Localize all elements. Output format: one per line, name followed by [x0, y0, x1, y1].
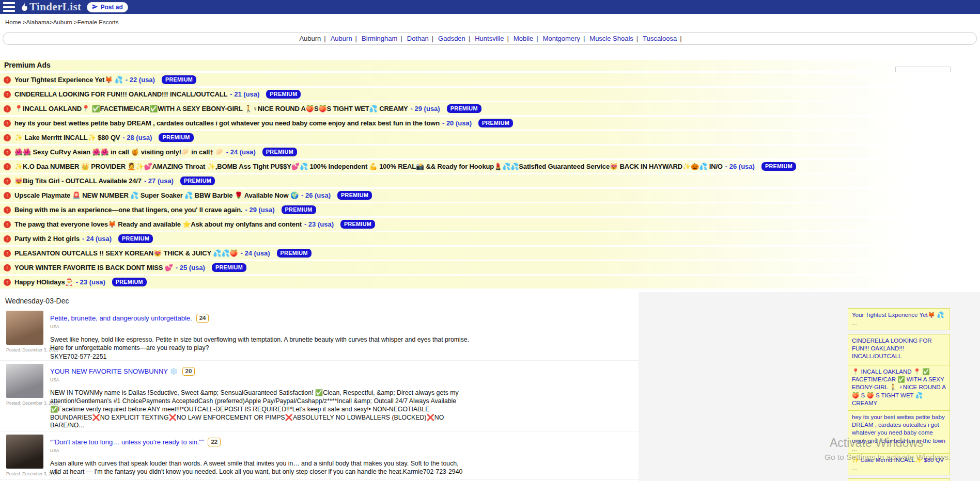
city-link[interactable]: Gadsden	[438, 35, 465, 42]
premium-ad-link[interactable]: 📍INCALL OAKLAND📍 ✅FACETIME/CAR✅WITH A SE…	[14, 105, 408, 113]
city-link[interactable]: Mobile	[514, 35, 533, 42]
premium-badge: PREMIUM	[761, 162, 796, 171]
premium-ad-link[interactable]: hey its your best wettes petite baby DRE…	[14, 119, 440, 127]
paper-plane-icon	[92, 3, 98, 12]
bump-up-icon: ↑	[4, 279, 11, 286]
city-separator: |	[680, 35, 681, 42]
city-separator: |	[536, 35, 538, 42]
country-label: USA	[50, 324, 639, 329]
age-badge: 20	[182, 367, 195, 376]
city-link[interactable]: Birmingham	[362, 35, 397, 42]
premium-badge: PREMIUM	[159, 133, 193, 142]
posted-date: Posted: December 3, 2025	[6, 471, 50, 476]
premium-ad-row: ↑ CINDERELLA LOOKING FOR FUN!!! OAKLAND!…	[0, 88, 980, 101]
premium-ad-row: ↑ Party with 2 Hot girls - 24 (usa) PREM…	[0, 232, 980, 245]
city-link[interactable]: Montgomery	[543, 35, 580, 42]
premium-ad-link[interactable]: Upscale Playmate 🚨 NEW NUMBER 💦 Super So…	[14, 191, 299, 199]
city-nav-item: Gadsden |	[435, 35, 472, 42]
listing-item: Posted: December 3, 2025 “"Don't stare t…	[0, 431, 639, 480]
bump-up-icon: ↑	[4, 206, 11, 214]
listing-title-link[interactable]: “"Don't stare too long… unless you're re…	[50, 438, 204, 446]
sidebar-ad-link[interactable]: 📍 INCALL OAKLAND 📍 ✅ FACETIME/CAR ✅ WITH…	[852, 368, 946, 407]
city-link[interactable]: Dothan	[407, 35, 429, 42]
listing-content: Petite, brunette, and dangerously unforg…	[50, 311, 639, 360]
premium-ad-link[interactable]: ✨ Lake Merritt INCALL✨ $80 QV	[14, 134, 120, 141]
listing-thumbnail[interactable]	[6, 311, 43, 345]
premium-badge: PREMIUM	[478, 119, 513, 127]
premium-ad-link[interactable]: YOUR WINTER FAVORITE IS BACK DONT MISS 💕	[14, 264, 173, 271]
listing-thumbnail[interactable]	[6, 364, 43, 398]
posted-date: Posted: December 3, 2025	[6, 347, 50, 352]
bump-up-icon: ↑	[4, 76, 11, 84]
listing-description: Sweet like honey, bold like espresso. Pe…	[50, 336, 470, 352]
premium-badge: PREMIUM	[337, 191, 372, 200]
menu-icon[interactable]	[3, 2, 15, 12]
city-separator: |	[400, 35, 402, 42]
listing-description: NEW IN TOWNMy name is Dallas !Seductive,…	[50, 389, 470, 430]
listing-title-row: “"Don't stare too long… unless you're re…	[50, 438, 639, 446]
city-separator: |	[355, 35, 357, 42]
premium-ad-age: - 23 (usa)	[76, 278, 105, 286]
sidebar-ad[interactable]: Your Tightest Experience Yet🦊 💦 ...	[848, 308, 950, 330]
city-link[interactable]: Muscle Shoals	[589, 35, 633, 42]
premium-ads-heading: Premium Ads	[0, 60, 980, 71]
city-nav-item: Birmingham |	[359, 35, 404, 42]
post-ad-button[interactable]: Post ad	[87, 2, 128, 12]
bump-up-icon: ↑	[4, 149, 11, 156]
bump-up-icon: ↑	[4, 250, 11, 257]
city-nav-item: Auburn |	[328, 35, 359, 42]
premium-ad-link[interactable]: The pawg that everyone loves🦊 Ready and …	[14, 220, 302, 228]
premium-ad-row: ↑ The pawg that everyone loves🦊 Ready an…	[0, 218, 980, 231]
premium-ads-list: ↑ Your Tightest Experience Yet🦊 💦 - 22 (…	[0, 73, 980, 288]
brand-name: TinderList	[29, 1, 81, 13]
bump-up-icon: ↑	[4, 105, 11, 113]
premium-ad-age: - 24 (usa)	[82, 235, 112, 243]
city-link[interactable]: Auburn	[299, 35, 321, 42]
city-link[interactable]: Auburn	[331, 35, 352, 42]
premium-ad-link[interactable]: Party with 2 Hot girls	[14, 235, 80, 243]
premium-badge: PREMIUM	[262, 148, 297, 156]
flame-icon	[20, 2, 29, 12]
brand-logo[interactable]: TinderList	[20, 1, 81, 13]
sidebar-ad-link[interactable]: Your Tightest Experience Yet🦊 💦	[852, 311, 946, 319]
premium-ad-link[interactable]: CINDERELLA LOOKING FOR FUN!!! OAKLAND!!!…	[14, 90, 227, 98]
top-bar: TinderList Post ad	[0, 0, 980, 14]
bump-up-icon: ↑	[4, 192, 11, 199]
city-nav: Auburn | Auburn | Birmingham | Dothan | …	[3, 32, 977, 45]
city-separator: |	[583, 35, 585, 42]
premium-ad-link[interactable]: 🌺🌺 Sexy CuRvy Asian 🌺🌺 in call 🍯 visitin…	[14, 148, 224, 156]
city-link[interactable]: Huntsville	[475, 35, 504, 42]
premium-ad-link[interactable]: Being with me is an experience—one that …	[14, 206, 243, 214]
bump-up-icon: ↑	[4, 178, 11, 185]
post-ad-label: Post ad	[100, 4, 122, 11]
premium-ad-link[interactable]: Your Tightest Experience Yet🦊 💦	[14, 76, 123, 84]
listing-content: YOUR NEW FAVORITE SNOWBUNNY ❄️ 20 USA NE…	[50, 364, 639, 431]
premium-ad-age: - 22 (usa)	[126, 76, 155, 84]
sidebar-ad[interactable]: ✨ Lake Merritt INCALL✨ $80 QV ...	[848, 453, 950, 475]
bump-up-icon: ↑	[4, 264, 11, 271]
breadcrumb[interactable]: Home >Alabama>Auburn >Female Escorts	[5, 19, 119, 25]
sidebar-ad-link[interactable]: CINDERELLA LOOKING FOR FUN!!! OAKLAND!!!…	[852, 337, 946, 361]
premium-ad-age: - 26 (usa)	[725, 163, 755, 170]
sidebar-ad[interactable]: hey its your best wettes petite baby DRE…	[848, 410, 950, 456]
listing-title-link[interactable]: YOUR NEW FAVORITE SNOWBUNNY ❄️	[50, 367, 178, 375]
sidebar-ad-link[interactable]: ✨ Lake Merritt INCALL✨ $80 QV	[852, 456, 946, 464]
premium-ad-link[interactable]: 😻Big Tits Girl - OUTCALL Available 24/7	[14, 177, 142, 185]
city-separator: |	[469, 35, 470, 42]
premium-ad-link[interactable]: PLEASANTON OUTCALLS !! SEXY KOREAN😻 THIC…	[14, 249, 238, 257]
city-nav-item: Dothan |	[404, 35, 435, 42]
city-nav-item: Montgomery |	[540, 35, 587, 42]
city-nav-item: Mobile |	[510, 35, 540, 42]
bump-up-icon: ↑	[4, 221, 11, 228]
premium-ad-link[interactable]: ✨K.O Daa NUMBER 👑 PROVIDER 💆✨💕AMAZING Th…	[14, 163, 723, 170]
premium-ad-row: ↑ YOUR WINTER FAVORITE IS BACK DONT MISS…	[0, 261, 980, 274]
listing-left-column: Posted: December 3, 2025	[6, 311, 50, 360]
city-separator: |	[636, 35, 638, 42]
premium-ad-link[interactable]: Happy HOlidays🎅	[14, 278, 73, 286]
listing-title-link[interactable]: Petite, brunette, and dangerously unforg…	[50, 314, 192, 322]
sidebar-ad-link[interactable]: hey its your best wettes petite baby DRE…	[852, 413, 946, 445]
listing-thumbnail[interactable]	[6, 435, 43, 469]
premium-badge: PREMIUM	[162, 75, 196, 84]
city-link[interactable]: Tuscaloosa	[643, 35, 677, 42]
city-separator: |	[432, 35, 433, 42]
